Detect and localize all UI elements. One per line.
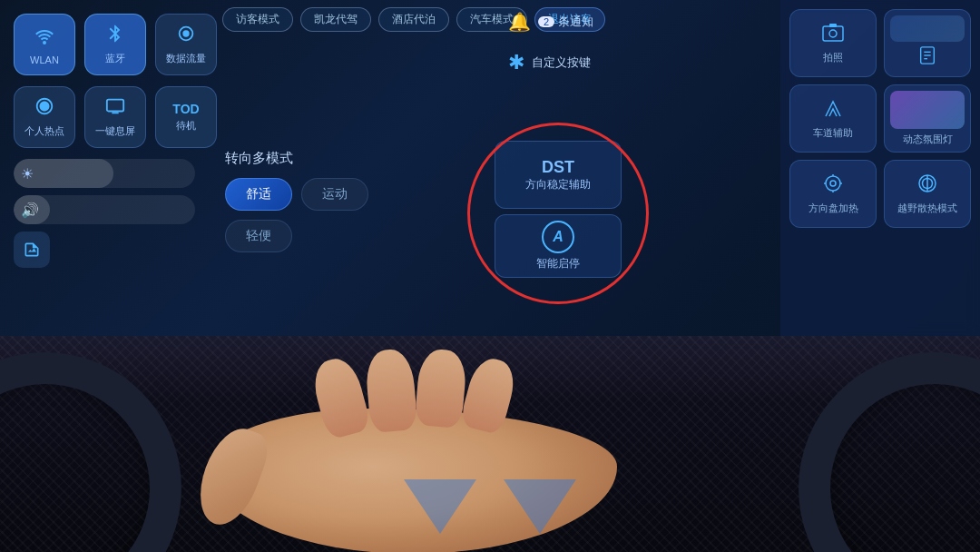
volume-slider-row: 🔊: [14, 195, 222, 224]
finger2: [364, 348, 418, 433]
data-label: 数据流量: [166, 52, 206, 65]
triangle-right: [504, 479, 576, 534]
feature-grid: 拍照 车道辅助: [789, 9, 971, 228]
hotspot-label: 个人热点: [24, 124, 64, 138]
brightness-slider-row: ☀: [14, 159, 222, 188]
data-button[interactable]: 数据流量: [155, 14, 217, 75]
screen-icon: [105, 96, 125, 122]
auto-icon: A: [542, 221, 574, 253]
triangle-accents: [404, 479, 576, 534]
bluetooth-icon: [105, 24, 125, 49]
notification-area: 🔔 2 条通知 ✱ 自定义按键: [508, 11, 593, 82]
custom-key-label: 自定义按键: [532, 54, 591, 71]
svg-point-12: [830, 181, 836, 186]
left-quick-panel: WLAN 蓝牙 数据流量: [14, 14, 222, 268]
bluetooth-label: 蓝牙: [105, 52, 125, 65]
tod-icon: TOD: [172, 102, 199, 116]
notification-label: 条通知: [558, 15, 593, 28]
bottom-area: [0, 336, 980, 552]
quick-icons-row1: WLAN 蓝牙 数据流量: [14, 14, 222, 75]
volume-slider[interactable]: 🔊: [14, 195, 195, 224]
triangle-left: [404, 479, 476, 534]
export-button[interactable]: [14, 232, 50, 268]
nav-mode-tag: 凯龙代驾: [300, 7, 371, 32]
offroad-button[interactable]: 越野散热模式: [884, 160, 971, 228]
asterisk-icon: ✱: [508, 51, 524, 74]
volume-icon: 🔊: [21, 202, 39, 219]
lane-icon: [822, 98, 844, 123]
svg-point-1: [182, 30, 189, 36]
steering-heat-icon: [822, 173, 844, 199]
svg-rect-2: [107, 100, 123, 112]
brightness-slider[interactable]: ☀: [14, 159, 195, 188]
wlan-button[interactable]: WLAN: [14, 14, 75, 75]
dst-button[interactable]: DST 方向稳定辅助: [495, 141, 622, 209]
visitor-mode-tag: 访客模式: [222, 7, 293, 32]
doc-icon: [917, 45, 937, 71]
comfort-mode-button[interactable]: 舒适: [225, 178, 292, 211]
quick-icons-row2: 个人热点 一键息屏 TOD 待机: [14, 86, 222, 148]
atmosphere-image: [890, 91, 965, 129]
lane-label: 车道辅助: [813, 126, 853, 140]
offroad-icon: [916, 173, 938, 199]
svg-point-11: [826, 176, 840, 191]
doc-button[interactable]: [884, 9, 971, 77]
hotel-mode-tag: 酒店代泊: [378, 7, 449, 32]
bell-icon: 🔔: [508, 11, 531, 33]
photo-label: 拍照: [823, 51, 843, 64]
svg-rect-4: [823, 26, 843, 41]
tod-label: 待机: [176, 119, 196, 133]
auto-stop-button[interactable]: A 智能启停: [495, 214, 622, 278]
doc-image: [890, 15, 965, 42]
steering-title: 转向多模式: [225, 150, 368, 167]
dst-sub-label: 方向稳定辅助: [525, 177, 591, 192]
photo-button[interactable]: 拍照: [789, 9, 877, 77]
tod-button[interactable]: TOD 待机: [155, 86, 217, 148]
wlan-label: WLAN: [30, 54, 59, 65]
wlan-icon: [34, 25, 55, 52]
photo-icon: [822, 23, 844, 48]
svg-rect-6: [829, 24, 837, 27]
notification-count: 2 条通知: [538, 14, 593, 30]
screen-off-button[interactable]: 一键息屏: [84, 86, 146, 148]
hotspot-icon: [34, 96, 54, 122]
notification-item: 🔔 2 条通知: [508, 11, 593, 33]
custom-key-item: ✱ 自定义按键: [508, 51, 593, 74]
lane-assist-button[interactable]: 车道辅助: [789, 84, 877, 153]
brightness-icon: ☀: [21, 165, 34, 182]
offroad-label: 越野散热模式: [897, 202, 957, 215]
bluetooth-button[interactable]: 蓝牙: [84, 14, 146, 75]
notification-badge: 2: [538, 16, 554, 27]
atmosphere-label: 动态氛围灯: [903, 133, 953, 146]
steering-heat-label: 方向盘加热: [808, 202, 858, 215]
steering-heat-button[interactable]: 方向盘加热: [789, 160, 877, 228]
atmosphere-button[interactable]: 动态氛围灯: [884, 84, 971, 153]
svg-point-5: [829, 30, 837, 37]
hotspot-button[interactable]: 个人热点: [14, 86, 75, 148]
finger3: [414, 348, 467, 429]
auto-stop-label: 智能启停: [536, 256, 580, 271]
dst-main-label: DST: [542, 158, 574, 177]
light-mode-button[interactable]: 轻便: [225, 220, 292, 252]
mode-buttons: 舒适 运动: [225, 178, 368, 211]
screen-label: 一键息屏: [95, 124, 135, 138]
steering-section: 转向多模式 舒适 运动 轻便: [225, 141, 368, 261]
data-icon: [176, 24, 196, 49]
dst-area: DST 方向稳定辅助 A 智能启停: [495, 141, 640, 300]
main-screen: WLAN 蓝牙 数据流量: [0, 0, 980, 354]
sport-mode-button[interactable]: 运动: [301, 178, 368, 211]
